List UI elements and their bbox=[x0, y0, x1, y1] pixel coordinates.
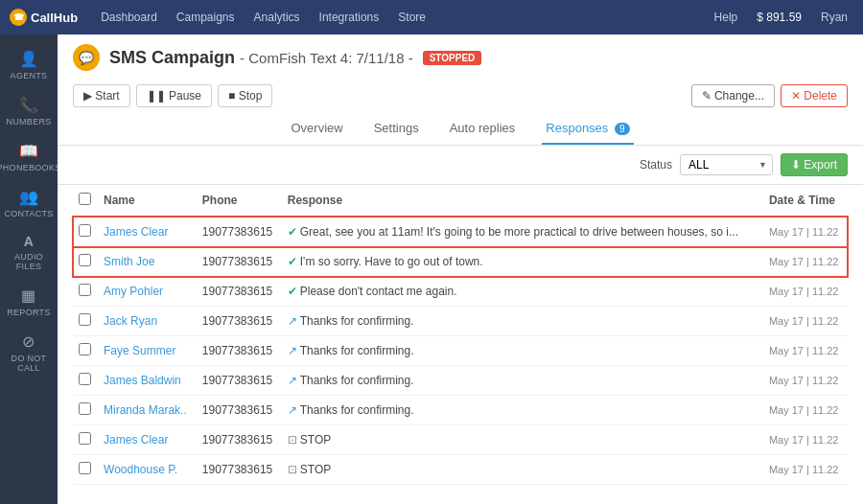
sidebar: 👤 Agents 📞 Numbers 📖 Phonebooks 👥 Contac… bbox=[0, 34, 58, 504]
table-row: Amy Pohler 19077383615 ✔Please don't con… bbox=[73, 277, 848, 307]
phone-number: 19077383615 bbox=[197, 455, 282, 485]
contact-name[interactable]: Faye Summer bbox=[104, 344, 175, 357]
col-response: Response bbox=[282, 185, 763, 217]
contact-name[interactable]: Woodhouse P. bbox=[104, 463, 177, 476]
select-all-checkbox[interactable] bbox=[79, 193, 91, 205]
phone-number: 19077383615 bbox=[197, 217, 282, 247]
row-checkbox[interactable] bbox=[79, 313, 91, 326]
col-date: Date & Time bbox=[763, 185, 848, 217]
sidebar-item-contacts[interactable]: 👥 Contacts bbox=[0, 180, 58, 226]
row-checkbox[interactable] bbox=[79, 402, 91, 415]
delete-button[interactable]: ✕ Delete bbox=[781, 84, 848, 107]
phone-number: 19077383615 bbox=[197, 366, 282, 396]
balance: $ 891.59 bbox=[751, 9, 807, 26]
phone-number: 19077383615 bbox=[197, 396, 282, 425]
table-row: Jack Ryan 19077383615 ↗Thanks for confir… bbox=[73, 307, 848, 336]
contacts-icon: 👥 bbox=[19, 188, 38, 206]
tab-overview[interactable]: Overview bbox=[287, 113, 346, 145]
sidebar-label-reports: Reports bbox=[7, 308, 50, 317]
sidebar-item-agents[interactable]: 👤 Agents bbox=[0, 42, 58, 88]
campaign-name: - ComFish Text 4: 7/11/18 - bbox=[240, 50, 413, 66]
date-time: May 17 | 11.22 bbox=[763, 366, 848, 396]
tab-settings[interactable]: Settings bbox=[370, 113, 423, 145]
sidebar-item-numbers[interactable]: 📞 Numbers bbox=[0, 88, 58, 134]
phonebooks-icon: 📖 bbox=[19, 142, 38, 160]
col-name: Name bbox=[98, 185, 197, 217]
page-title-row: 💬 SMS Campaign - ComFish Text 4: 7/11/18… bbox=[73, 44, 848, 71]
responses-table: Name Phone Response Date & Time James Cl… bbox=[73, 185, 848, 485]
check-icon: ✔ bbox=[288, 255, 297, 268]
start-button[interactable]: ▶ Start bbox=[73, 84, 130, 107]
nav-analytics[interactable]: Analytics bbox=[246, 7, 308, 28]
export-button[interactable]: ⬇ Export bbox=[781, 153, 848, 176]
arrow-icon: ↗ bbox=[288, 403, 297, 417]
brand-name: CallHub bbox=[31, 11, 78, 25]
sidebar-item-audio-files[interactable]: A Audio Files bbox=[0, 226, 58, 279]
sidebar-label-contacts: Contacts bbox=[4, 209, 53, 218]
phone-number: 19077383615 bbox=[197, 425, 282, 455]
table-row: James Clear 19077383615 ⊡STOP May 17 | 1… bbox=[73, 425, 848, 455]
responses-badge: 9 bbox=[615, 123, 630, 135]
contact-name[interactable]: James Baldwin bbox=[104, 374, 181, 387]
contact-name[interactable]: Jack Ryan bbox=[104, 314, 157, 328]
change-button[interactable]: ✎ Change... bbox=[691, 84, 775, 107]
campaign-icon: 💬 bbox=[73, 44, 100, 71]
brand-logo[interactable]: ☎ CallHub bbox=[10, 9, 78, 26]
tab-auto-replies[interactable]: Auto replies bbox=[446, 113, 520, 145]
check-icon: ✔ bbox=[288, 225, 297, 239]
contact-name[interactable]: Amy Pohler bbox=[104, 285, 163, 298]
contact-name[interactable]: Smith Joe bbox=[104, 255, 154, 268]
sidebar-label-audio-files: Audio Files bbox=[4, 252, 54, 271]
phone-number: 19077383615 bbox=[197, 277, 282, 307]
date-time: May 17 | 11.22 bbox=[763, 455, 848, 485]
action-bar-left: ▶ Start ❚❚ Pause ■ Stop bbox=[73, 84, 272, 107]
sidebar-label-agents: Agents bbox=[11, 71, 48, 80]
main-content: 💬 SMS Campaign - ComFish Text 4: 7/11/18… bbox=[58, 34, 863, 504]
table-row: James Clear 19077383615 ✔Great, see you … bbox=[73, 217, 848, 247]
phone-number: 19077383615 bbox=[197, 247, 282, 277]
check-icon: ✔ bbox=[288, 285, 297, 298]
row-checkbox[interactable] bbox=[79, 432, 91, 445]
title-sms-campaign: SMS Campaign bbox=[109, 48, 235, 67]
action-bar-right: ✎ Change... ✕ Delete bbox=[691, 84, 848, 107]
sidebar-item-reports[interactable]: ▦ Reports bbox=[0, 279, 58, 325]
nav-integrations[interactable]: Integrations bbox=[312, 7, 387, 28]
contact-name[interactable]: James Clear bbox=[104, 225, 168, 239]
tab-responses[interactable]: Responses 9 bbox=[542, 113, 633, 145]
filters-row: Status ALL Replied Not Replied ⬇ Export bbox=[58, 146, 863, 185]
response-text: ↗Thanks for confirming. bbox=[282, 307, 763, 336]
pause-button[interactable]: ❚❚ Pause bbox=[136, 84, 212, 107]
sidebar-item-do-not-call[interactable]: ⊘ Do Not Call bbox=[0, 325, 58, 380]
date-time: May 17 | 11.22 bbox=[763, 336, 848, 366]
numbers-icon: 📞 bbox=[19, 96, 38, 114]
audio-files-icon: A bbox=[24, 234, 34, 249]
status-label: Status bbox=[640, 158, 672, 172]
response-text: ↗Thanks for confirming. bbox=[282, 366, 763, 396]
row-checkbox[interactable] bbox=[79, 284, 91, 296]
response-text: ↗Thanks for confirming. bbox=[282, 336, 763, 366]
nav-store[interactable]: Store bbox=[390, 7, 433, 28]
date-time: May 17 | 11.22 bbox=[763, 396, 848, 425]
stop-button[interactable]: ■ Stop bbox=[218, 84, 272, 107]
row-checkbox[interactable] bbox=[79, 343, 91, 355]
row-checkbox[interactable] bbox=[79, 224, 91, 237]
date-time: May 17 | 11.22 bbox=[763, 217, 848, 247]
user-menu[interactable]: Ryan bbox=[815, 9, 853, 26]
row-checkbox[interactable] bbox=[79, 373, 91, 385]
main-layout: 👤 Agents 📞 Numbers 📖 Phonebooks 👥 Contac… bbox=[0, 34, 863, 504]
table-row: James Baldwin 19077383615 ↗Thanks for co… bbox=[73, 366, 848, 396]
tabs: Overview Settings Auto replies Responses… bbox=[73, 113, 848, 145]
sidebar-item-phonebooks[interactable]: 📖 Phonebooks bbox=[0, 134, 58, 180]
row-checkbox[interactable] bbox=[79, 462, 91, 474]
help-link[interactable]: Help bbox=[709, 9, 744, 26]
contact-name[interactable]: Miranda Marak.. bbox=[104, 403, 187, 417]
contact-name[interactable]: James Clear bbox=[104, 433, 168, 447]
nav-dashboard[interactable]: Dashboard bbox=[93, 7, 165, 28]
status-select[interactable]: ALL Replied Not Replied bbox=[680, 154, 773, 175]
sidebar-label-do-not-call: Do Not Call bbox=[4, 354, 54, 373]
row-checkbox[interactable] bbox=[79, 254, 91, 266]
col-phone: Phone bbox=[197, 185, 282, 217]
table-row: Faye Summer 19077383615 ↗Thanks for conf… bbox=[73, 336, 848, 366]
nav-campaigns[interactable]: Campaigns bbox=[169, 7, 243, 28]
date-time: May 17 | 11.22 bbox=[763, 307, 848, 336]
